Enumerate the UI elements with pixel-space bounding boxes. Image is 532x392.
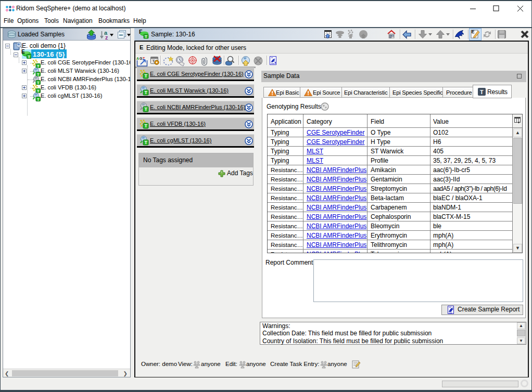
svg-text:E: E xyxy=(472,29,475,34)
svg-text:z: z xyxy=(105,34,108,40)
svg-text:T: T xyxy=(480,89,484,95)
svg-text:T: T xyxy=(145,140,148,145)
svg-text:T: T xyxy=(37,97,40,102)
svg-text:T: T xyxy=(145,90,148,95)
svg-text:T: T xyxy=(145,123,148,128)
svg-text:T: T xyxy=(145,73,148,79)
svg-text:T: T xyxy=(28,54,31,59)
svg-text:E: E xyxy=(21,49,25,55)
svg-text:T: T xyxy=(145,107,148,112)
svg-text:A: A xyxy=(136,57,139,60)
